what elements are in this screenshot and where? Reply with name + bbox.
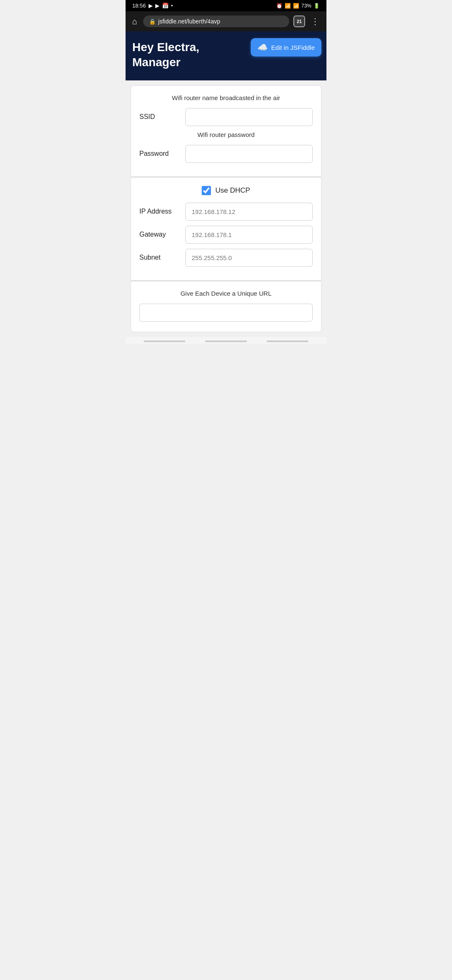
scroll-bar-right xyxy=(267,340,308,342)
cloud-icon: ☁️ xyxy=(257,42,268,52)
scroll-indicators xyxy=(126,337,326,344)
youtube-music-icon: ▶ xyxy=(155,3,159,9)
dhcp-checkbox[interactable] xyxy=(202,186,211,195)
ip-address-label: IP Address xyxy=(139,208,181,215)
ssid-description: Wifi router name broadcasted in the air xyxy=(139,94,313,101)
network-card: Use DHCP IP Address Gateway Subnet xyxy=(131,177,321,281)
ssid-input[interactable] xyxy=(185,108,313,126)
ssid-label: SSID xyxy=(139,113,181,121)
banner-title: Hey Electra, Manager xyxy=(132,40,245,70)
dot-indicator: • xyxy=(171,3,173,9)
edit-jsfiddle-label: Edit in JSFiddle xyxy=(271,44,315,51)
url-bar[interactable]: 🔒 jsfiddle.net/luberth/4avp xyxy=(143,15,289,27)
password-row: Password xyxy=(139,145,313,163)
alarm-icon: ⏰ xyxy=(276,3,282,9)
gateway-row: Gateway xyxy=(139,226,313,244)
battery-text: 73% xyxy=(301,3,311,9)
scroll-bar-center xyxy=(205,340,247,342)
status-left: 18:56 ▶ ▶ 📅 • xyxy=(132,3,173,9)
dhcp-label[interactable]: Use DHCP xyxy=(215,186,250,195)
battery-icon: 🔋 xyxy=(313,3,320,9)
ssid-row: SSID xyxy=(139,108,313,126)
dhcp-row: Use DHCP xyxy=(139,186,313,195)
subnet-input[interactable] xyxy=(185,249,313,267)
url-card: Give Each Device a Unique URL xyxy=(131,281,321,332)
url-input[interactable] xyxy=(139,304,313,322)
scroll-bar-left xyxy=(144,340,185,342)
ip-address-input[interactable] xyxy=(185,203,313,221)
subnet-label: Subnet xyxy=(139,254,181,261)
lock-icon: 🔒 xyxy=(149,18,156,25)
gateway-label: Gateway xyxy=(139,231,181,238)
status-right: ⏰ 📶 📶 73% 🔋 xyxy=(276,3,320,9)
youtube-icon: ▶ xyxy=(149,3,153,9)
jsfiddle-banner: Hey Electra, Manager ☁️ Edit in JSFiddle xyxy=(126,31,326,80)
password-label: Password xyxy=(139,150,181,157)
password-input[interactable] xyxy=(185,145,313,163)
url-title: Give Each Device a Unique URL xyxy=(139,290,313,297)
main-content: Wifi router name broadcasted in the air … xyxy=(126,80,326,337)
signal-icon: 📶 xyxy=(293,3,299,9)
menu-button[interactable]: ⋮ xyxy=(309,15,321,28)
password-description: Wifi router password xyxy=(139,131,313,138)
ip-address-row: IP Address xyxy=(139,203,313,221)
status-bar: 18:56 ▶ ▶ 📅 • ⏰ 📶 📶 73% 🔋 xyxy=(126,0,326,11)
wifi-card: Wifi router name broadcasted in the air … xyxy=(131,85,321,177)
calendar-icon: 📅 xyxy=(162,3,169,9)
time: 18:56 xyxy=(132,3,146,9)
home-button[interactable]: ⌂ xyxy=(131,15,139,28)
wifi-icon: 📶 xyxy=(285,3,291,9)
subnet-row: Subnet xyxy=(139,249,313,267)
edit-jsfiddle-button[interactable]: ☁️ Edit in JSFiddle xyxy=(251,38,321,57)
url-text: jsfiddle.net/luberth/4avp xyxy=(158,18,283,25)
tabs-button[interactable]: 21 xyxy=(293,15,305,27)
gateway-input[interactable] xyxy=(185,226,313,244)
browser-bar: ⌂ 🔒 jsfiddle.net/luberth/4avp 21 ⋮ xyxy=(126,11,326,31)
